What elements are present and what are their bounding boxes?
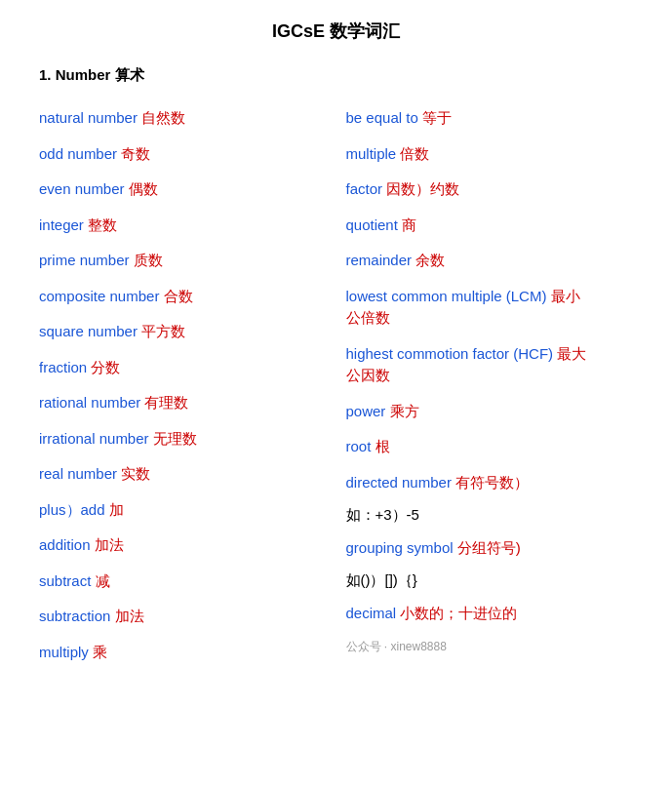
list-item: prime number 质数 <box>39 243 327 279</box>
list-item: grouping symbol 分组符号) <box>346 531 634 567</box>
watermark: 公众号 · xinew8888 <box>346 631 634 662</box>
list-item: multiply 乘 <box>39 635 327 671</box>
list-item: subtract 减 <box>39 564 327 600</box>
left-column: natural number 自然数 odd number 奇数 even nu… <box>39 100 327 670</box>
list-item: multiple 倍数 <box>346 137 634 173</box>
list-item: be equal to 等于 <box>346 100 634 137</box>
note-item: 如()）[])｛} <box>346 566 634 596</box>
page-title: IGCsE 数学词汇 <box>39 20 633 43</box>
list-item: lowest common multiple (LCM) 最小 公倍数 <box>346 279 634 336</box>
list-item: irrational number 无理数 <box>39 421 327 457</box>
list-item: highest commotion factor (HCF) 最大 公因数 <box>346 336 634 394</box>
list-item: decimal 小数的；十进位的 <box>346 596 634 632</box>
list-item: quotient 商 <box>346 208 634 244</box>
list-item: square number 平方数 <box>39 314 327 350</box>
list-item: root 根 <box>346 429 634 465</box>
list-item: subtraction 加法 <box>39 599 327 635</box>
list-item: directed number 有符号数） <box>346 465 634 501</box>
note-item: 如：+3）-5 <box>346 500 634 531</box>
right-column: be equal to 等于 multiple 倍数 factor 因数）约数 … <box>346 100 634 670</box>
list-item: odd number 奇数 <box>39 137 327 173</box>
list-item: even number 偶数 <box>39 172 327 208</box>
list-item: plus）add 加 <box>39 492 327 529</box>
list-item: rational number 有理数 <box>39 385 327 421</box>
list-item: composite number 合数 <box>39 279 327 315</box>
list-item: factor 因数）约数 <box>346 172 634 208</box>
section-title: 1. Number 算术 <box>39 66 633 85</box>
list-item: remainder 余数 <box>346 243 634 279</box>
list-item: real number 实数 <box>39 456 327 492</box>
vocab-grid: natural number 自然数 odd number 奇数 even nu… <box>39 100 633 670</box>
list-item: fraction 分数 <box>39 350 327 386</box>
list-item: natural number 自然数 <box>39 100 327 137</box>
list-item: power 乘方 <box>346 394 634 430</box>
list-item: addition 加法 <box>39 528 327 564</box>
list-item: integer 整数 <box>39 208 327 244</box>
